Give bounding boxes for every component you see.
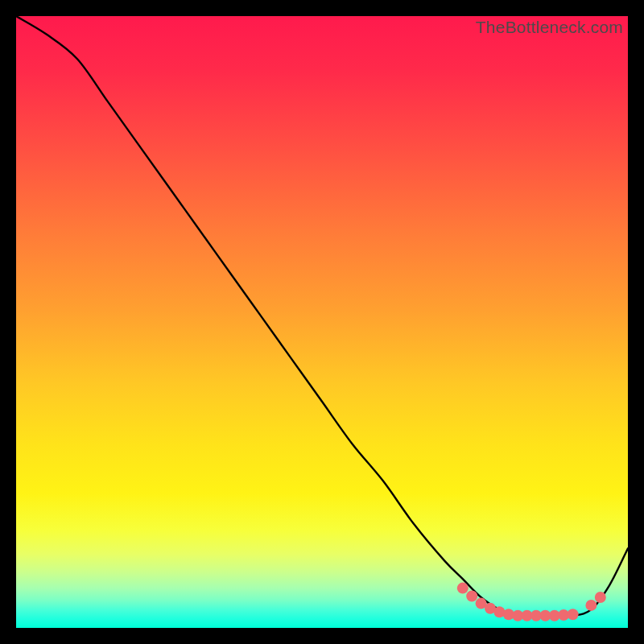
curve-svg bbox=[16, 16, 628, 628]
marker-dot bbox=[585, 600, 597, 611]
marker-dot bbox=[595, 592, 606, 603]
curve-path bbox=[16, 16, 628, 616]
marker-dot bbox=[568, 609, 579, 620]
marker-dot bbox=[466, 590, 477, 601]
plot-area: TheBottleneck.com bbox=[16, 16, 628, 628]
marker-dot bbox=[457, 583, 469, 594]
marker-group bbox=[457, 583, 606, 621]
chart-frame: TheBottleneck.com bbox=[0, 0, 644, 644]
